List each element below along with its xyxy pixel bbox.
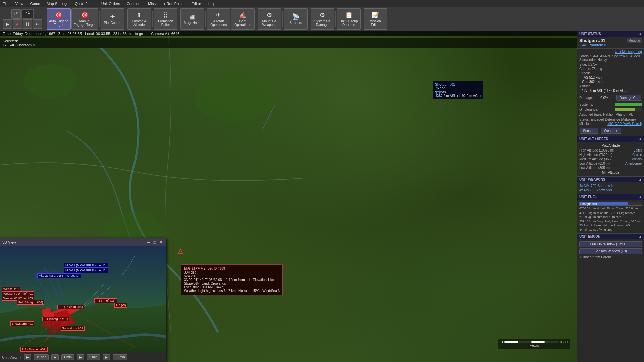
- toolbar-divider-6: [205, 11, 206, 27]
- unit-weapons-header[interactable]: UNIT WEAPONS ▲: [577, 177, 644, 182]
- shotgun-marker[interactable]: [436, 90, 443, 98]
- menu-unit-orders[interactable]: Unit Orders: [100, 2, 121, 6]
- unit-fuel-section: UNIT FUEL ▲ Shotgun #01 6760.8 kg total …: [577, 194, 644, 234]
- sensors-button[interactable]: 📡 Sensors: [284, 8, 308, 30]
- unit-message-log-link[interactable]: Unit Message Log: [615, 50, 642, 54]
- 3d-minimize-button[interactable]: ─: [146, 240, 152, 245]
- damage-ctrl-button[interactable]: Damage Ctrl: [616, 95, 641, 101]
- menu-game[interactable]: Game: [29, 2, 41, 6]
- unit-emcon-header[interactable]: UNIT EMCON ▲: [577, 234, 644, 239]
- fuel-line-6: 44 min 17 sec flying time: [579, 228, 642, 232]
- menu-view[interactable]: View: [14, 2, 25, 6]
- unit-status-collapse-icon: ▲: [639, 32, 642, 36]
- assigned-base-text: Assigned base: Nakhon Phanom AB: [579, 112, 642, 117]
- menu-quick-jump[interactable]: Quick Jump: [74, 2, 96, 6]
- mission-link[interactable]: MIG CAP (AAW Patrol): [607, 122, 642, 126]
- systems-progress: [615, 103, 642, 106]
- gnd-text: Gnd 362 kts ↗: [579, 80, 642, 84]
- record-button[interactable]: ●: [13, 19, 22, 29]
- 3d-maximize-button[interactable]: □: [152, 240, 157, 245]
- 3d-f4-label: F-4 (Shotgun #06): [17, 300, 44, 305]
- mounts-weapons-button[interactable]: ⚙ Mounts & Weapons: [258, 8, 281, 30]
- toolbar-divider-10: [335, 11, 336, 27]
- systems-damage-button[interactable]: ⚙ Systems & Damage: [311, 8, 334, 30]
- 3d-mig-label-1: MiG-21 (MiG-21PF Fishbed D): [64, 263, 108, 268]
- g-tolerance-fill: [615, 108, 635, 111]
- 3d-close-button[interactable]: ✕: [158, 240, 164, 245]
- g-tolerance-progress: [615, 108, 642, 111]
- 3d-weasel-label: Weasel #02: [2, 287, 20, 291]
- unit-fuel-header[interactable]: UNIT FUEL ▲: [577, 194, 644, 200]
- 3d-mig-label-2: MiG-21 (MiG-21PF Fishbed D): [64, 268, 108, 273]
- svg-point-1: [195, 74, 275, 121]
- shotgun-unit-icon: [436, 90, 443, 97]
- playback-play-button[interactable]: ▶: [24, 354, 31, 360]
- unit-fuel-collapse-icon: ▲: [639, 195, 642, 199]
- enemy-info-box[interactable]: MiG-21PF Fishbed D #389 304 deg 524 kts …: [181, 264, 283, 295]
- boat-operations-button[interactable]: ⛵ Boat Operations: [231, 8, 255, 30]
- playback-15sec-button[interactable]: 15 sec: [34, 354, 48, 360]
- min-altitude-label: Min Altitude: [579, 170, 642, 175]
- refresh-button[interactable]: ↺: [11, 9, 21, 19]
- unit-weapons-collapse-icon: ▲: [639, 178, 642, 181]
- menu-contacts[interactable]: Contacts: [125, 2, 143, 6]
- formation-icon: ⣿: [163, 11, 168, 19]
- mission-editor-button[interactable]: 📝 Mission Editor: [364, 8, 387, 30]
- alt-row-4: Low Altitude (305 m): [579, 166, 642, 170]
- unit-alt-speed-label: UNIT ALT / SPEED: [579, 137, 608, 141]
- 3d-view-content: ⛶ MiG-21 (MiG-21PF Fishbed D) MiG-21 (Mi…: [0, 246, 166, 362]
- shotgun-name: Shotgun #01: [435, 83, 481, 86]
- unit-status-header[interactable]: UNIT STATUS ▲: [577, 31, 644, 37]
- alt-1-speed: Cruise: [622, 153, 642, 157]
- unit-alt-speed-header[interactable]: UNIT ALT / SPEED ▲: [577, 136, 644, 142]
- auto-engage-button[interactable]: 🎯 Auto Engage Target: [47, 8, 71, 30]
- play-button[interactable]: ▶: [3, 19, 12, 29]
- manual-engage-button[interactable]: 🎯 Manual Engage Target: [71, 8, 98, 30]
- playback-play-4-button[interactable]: ▶: [103, 354, 110, 360]
- enemy-marker[interactable]: [178, 249, 183, 255]
- camera-alt: Camera Alt: 6646m: [151, 32, 182, 36]
- fuel-line-1: 6760.8 kg total fuel, 38 min 3 sec, 325.…: [579, 206, 642, 211]
- playback-play-2-button[interactable]: ▶: [51, 354, 59, 360]
- playback-1min-button[interactable]: 1 min: [61, 354, 74, 360]
- weapons-tab-button[interactable]: Weapons: [601, 128, 621, 134]
- altitude-label: Altitude:: [579, 84, 642, 88]
- 3d-mig-label-3: MiG-21 (MiG-21PF Fishbed D): [37, 273, 81, 278]
- pause-button[interactable]: ⏸: [23, 19, 32, 29]
- menu-editor[interactable]: Editor: [190, 2, 202, 6]
- fuel-line-5: 33.2 nm to base: Nakhon Phanom AB: [579, 223, 642, 228]
- alt-2-speed: Military: [622, 157, 642, 161]
- 3d-f4-shotgun02-label: F-4 (Shotgun #02): [20, 347, 48, 352]
- unit-name-area: Shotgun #01 Regular F-4C Phantom II: [577, 37, 644, 49]
- toolbar-divider-1: [45, 11, 45, 27]
- map-container[interactable]: Time: Friday, December 1, 1967 · Zulu: 2…: [0, 31, 577, 362]
- unit-alt-speed-content: Max Altitude High Altitude (10973 m) Loi…: [577, 142, 644, 176]
- damage-label: Damage:: [579, 96, 593, 100]
- playback-15min-button[interactable]: 15 min: [113, 354, 127, 360]
- menu-map-settings[interactable]: Map Settings: [45, 2, 69, 6]
- aircraft-operations-button[interactable]: ✈ Aircraft Operations: [207, 8, 230, 30]
- sensors-window-button[interactable]: Sensors Window (F9): [579, 248, 642, 254]
- menu-file[interactable]: File: [1, 2, 10, 6]
- mounts-icon: ⚙: [267, 11, 272, 19]
- throttle-altitude-button[interactable]: ⬆ Throttle & Altitude: [127, 8, 151, 30]
- 3d-view-title: 3D View: [2, 240, 16, 244]
- menu-missions[interactable]: Missions + Ref. Points: [147, 2, 186, 6]
- magazines-button[interactable]: ▦ Magazines: [180, 8, 204, 30]
- enemy-unit-icon: [178, 249, 183, 254]
- playback-play-3-button[interactable]: ▶: [77, 354, 84, 360]
- plot-course-button[interactable]: ✈ Plot Course: [101, 8, 124, 30]
- unit-group-doctrine-button[interactable]: 📋 Unit / Group Doctrine: [337, 8, 361, 30]
- doctrine-icon: 📋: [345, 11, 353, 19]
- formation-editor-button[interactable]: ⣿ Formation Editor: [154, 8, 177, 30]
- emcon-window-button[interactable]: EMCON Window (Ctrl + F9): [579, 241, 642, 247]
- sensors-tab-button[interactable]: Sensors: [580, 128, 598, 134]
- unit-type-badge: Regular: [627, 38, 642, 43]
- 3d-f5-thief5-label: F-5 (Thief #05/05): [57, 305, 84, 309]
- rewind-button[interactable]: ↩: [33, 19, 42, 29]
- course-text: Course: 75 deg: [579, 67, 642, 71]
- menu-help[interactable]: Help: [206, 2, 217, 6]
- tas-text: TAS 512 kts ↑: [579, 75, 642, 80]
- weapon-0: 4x AIM-7E2 Sparrow III: [579, 184, 642, 188]
- playback-5min-button[interactable]: 5 min: [87, 354, 100, 360]
